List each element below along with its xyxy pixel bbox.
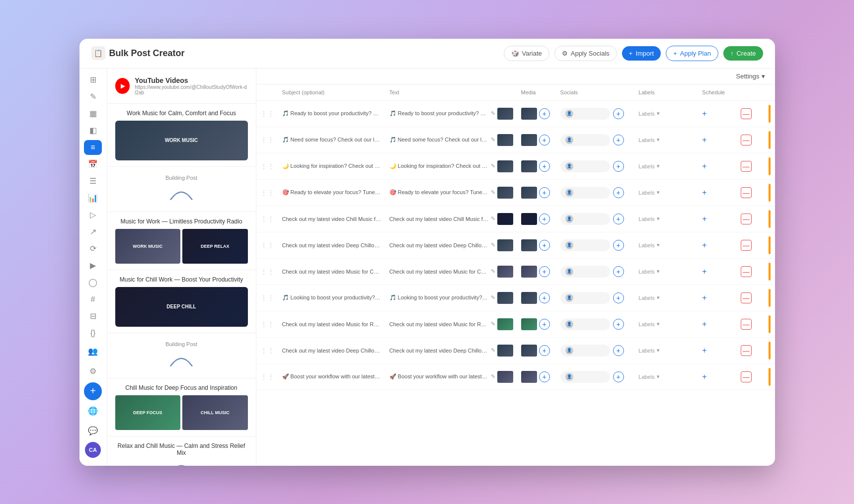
drag-handle[interactable]: ⋮⋮ xyxy=(256,206,278,232)
add-media-button[interactable]: + xyxy=(539,187,550,198)
social-pill[interactable]: 👤 xyxy=(560,292,610,304)
add-social-button[interactable]: + xyxy=(613,371,624,382)
social-pill[interactable]: 👤 xyxy=(560,187,610,199)
nav-hashtag-icon[interactable]: # xyxy=(84,292,102,307)
add-social-button[interactable]: + xyxy=(613,266,624,277)
add-media-button[interactable]: + xyxy=(539,135,550,145)
add-social-button[interactable]: + xyxy=(613,108,624,119)
add-media-button[interactable]: + xyxy=(539,161,550,172)
drag-handle[interactable]: ⋮⋮ xyxy=(256,127,278,153)
nav-settings-icon[interactable]: ⚙ xyxy=(84,362,102,380)
add-schedule-button[interactable]: + xyxy=(702,215,706,223)
add-social-button[interactable]: + xyxy=(613,187,624,198)
add-schedule-button[interactable]: + xyxy=(702,320,706,328)
nav-posts-icon[interactable]: ≡ xyxy=(84,140,102,155)
labels-dropdown[interactable]: Labels ▾ xyxy=(638,321,694,327)
add-media-button[interactable]: + xyxy=(539,214,550,224)
nav-apps-icon[interactable]: ▦ xyxy=(84,106,102,121)
list-item[interactable]: Relax and Chill Music — Calm and Stress … xyxy=(107,436,256,466)
drag-handle[interactable]: ⋮⋮ xyxy=(256,337,278,363)
nav-chat-icon[interactable]: 💬 xyxy=(84,422,102,440)
nav-edit-icon[interactable]: ✎ xyxy=(84,89,102,104)
edit-icon[interactable]: ✎ xyxy=(491,373,495,380)
add-schedule-button[interactable]: + xyxy=(702,372,706,381)
delete-row-button[interactable]: — xyxy=(741,266,752,277)
list-item[interactable]: Work Music for Calm, Comfort and Focus W… xyxy=(107,104,256,167)
labels-dropdown[interactable]: Labels ▾ xyxy=(638,189,694,196)
drag-handle[interactable]: ⋮⋮ xyxy=(256,363,278,390)
labels-dropdown[interactable]: Labels ▾ xyxy=(638,110,694,117)
nav-layers-icon[interactable]: ◧ xyxy=(84,123,102,138)
edit-icon[interactable]: ✎ xyxy=(491,242,495,248)
delete-row-button[interactable]: — xyxy=(741,319,752,330)
delete-row-button[interactable]: — xyxy=(741,240,752,251)
delete-row-button[interactable]: — xyxy=(741,371,752,382)
apply-socials-button[interactable]: ⚙ Apply Socials xyxy=(554,46,617,61)
labels-dropdown[interactable]: Labels ▾ xyxy=(638,242,694,248)
drag-handle[interactable]: ⋮⋮ xyxy=(256,232,278,258)
add-schedule-button[interactable]: + xyxy=(702,346,706,355)
nav-trending-icon[interactable]: ↗ xyxy=(84,224,102,239)
drag-handle[interactable]: ⋮⋮ xyxy=(256,179,278,206)
nav-code-icon[interactable]: {} xyxy=(84,326,102,341)
social-pill[interactable]: 👤 xyxy=(560,239,610,251)
social-pill[interactable]: 👤 xyxy=(560,318,610,330)
labels-dropdown[interactable]: Labels ▾ xyxy=(638,373,694,380)
labels-dropdown[interactable]: Labels ▾ xyxy=(638,216,694,222)
drag-handle[interactable]: ⋮⋮ xyxy=(256,100,278,127)
add-media-button[interactable]: + xyxy=(539,371,550,382)
nav-list-icon[interactable]: ☰ xyxy=(84,174,102,189)
nav-add-button[interactable]: + xyxy=(84,382,102,400)
edit-icon[interactable]: ✎ xyxy=(491,268,495,275)
list-item[interactable]: Building Post xyxy=(107,167,256,212)
delete-row-button[interactable]: — xyxy=(741,214,752,224)
social-pill[interactable]: 👤 xyxy=(560,266,610,278)
add-social-button[interactable]: + xyxy=(613,161,624,172)
delete-row-button[interactable]: — xyxy=(741,292,752,303)
list-item[interactable]: Building Post xyxy=(107,333,256,378)
social-pill[interactable]: 👤 xyxy=(560,160,610,172)
add-media-button[interactable]: + xyxy=(539,292,550,303)
edit-icon[interactable]: ✎ xyxy=(491,216,495,222)
add-schedule-button[interactable]: + xyxy=(702,267,706,276)
nav-bubble-icon[interactable]: ◯ xyxy=(84,275,102,290)
list-item[interactable]: Music for Work — Limitless Productivity … xyxy=(107,212,256,270)
nav-play-icon[interactable]: ▶ xyxy=(84,258,102,273)
edit-icon[interactable]: ✎ xyxy=(491,321,495,327)
add-media-button[interactable]: + xyxy=(539,266,550,277)
add-schedule-button[interactable]: + xyxy=(702,188,706,197)
labels-dropdown[interactable]: Labels ▾ xyxy=(638,347,694,354)
import-button[interactable]: + Import xyxy=(622,46,661,61)
drag-handle[interactable]: ⋮⋮ xyxy=(256,153,278,179)
labels-dropdown[interactable]: Labels ▾ xyxy=(638,268,694,275)
add-social-button[interactable]: + xyxy=(613,135,624,145)
add-social-button[interactable]: + xyxy=(613,345,624,356)
add-social-button[interactable]: + xyxy=(613,214,624,224)
edit-icon[interactable]: ✎ xyxy=(491,347,495,354)
social-pill[interactable]: 👤 xyxy=(560,134,610,146)
labels-dropdown[interactable]: Labels ▾ xyxy=(638,163,694,169)
delete-row-button[interactable]: — xyxy=(741,345,752,356)
add-media-button[interactable]: + xyxy=(539,240,550,251)
nav-people-icon[interactable]: 👥 xyxy=(84,343,102,360)
social-pill[interactable]: 👤 xyxy=(560,345,610,357)
drag-handle[interactable]: ⋮⋮ xyxy=(256,258,278,285)
nav-monitor-icon[interactable]: ▷ xyxy=(84,208,102,222)
delete-row-button[interactable]: — xyxy=(741,108,752,119)
settings-button[interactable]: Settings ▾ xyxy=(736,72,765,80)
social-pill[interactable]: 👤 xyxy=(560,371,610,383)
delete-row-button[interactable]: — xyxy=(741,161,752,172)
delete-row-button[interactable]: — xyxy=(741,135,752,145)
edit-icon[interactable]: ✎ xyxy=(491,163,495,169)
list-item[interactable]: Chill Music for Deep Focus and Inspirati… xyxy=(107,378,256,436)
posts-table-wrapper[interactable]: Subject (optional) Text Media Socials La… xyxy=(256,84,775,466)
variate-button[interactable]: 🎲 Variate xyxy=(504,46,549,61)
social-pill[interactable]: 👤 xyxy=(560,108,610,120)
add-social-button[interactable]: + xyxy=(613,240,624,251)
create-button[interactable]: ↑ Create xyxy=(723,46,763,61)
nav-refresh-icon[interactable]: ⟳ xyxy=(84,241,102,256)
add-social-button[interactable]: + xyxy=(613,292,624,303)
edit-icon[interactable]: ✎ xyxy=(491,110,495,117)
add-schedule-button[interactable]: + xyxy=(702,241,706,249)
add-schedule-button[interactable]: + xyxy=(702,162,706,170)
